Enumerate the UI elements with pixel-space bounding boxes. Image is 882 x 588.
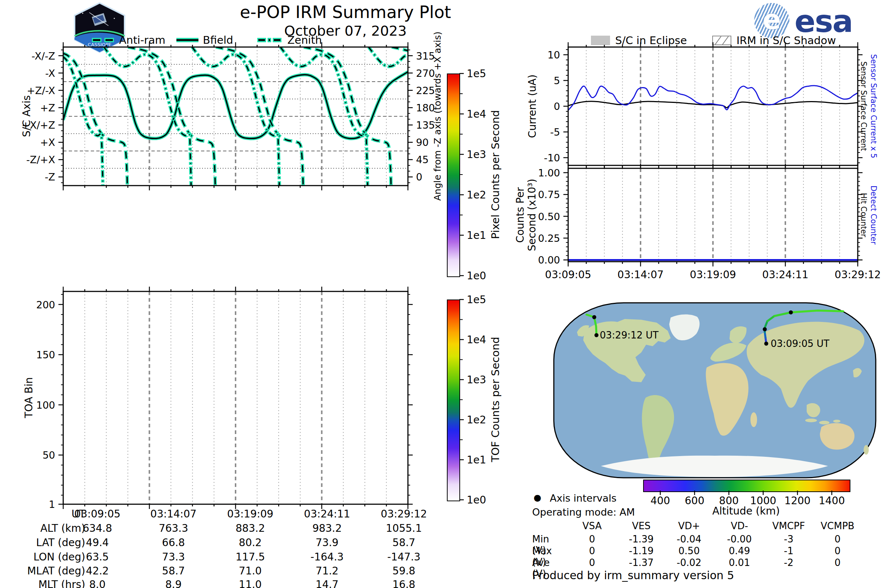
angle-tick-label: 315	[416, 50, 435, 62]
time-tick-label: 03:09:05	[545, 268, 591, 281]
sc-axis-category-label: +X	[40, 137, 55, 148]
counts-tick-label: 1.00	[538, 167, 560, 178]
time-tick-label: 03:24:11	[762, 268, 808, 281]
counts-tick-label: 0.75	[538, 189, 560, 200]
pixel-colorbar-tick-label: 1e0	[467, 270, 486, 282]
tof-colorbar-tick-label: 1e3	[467, 374, 486, 386]
tof-colorbar-tick-label: 1e2	[467, 414, 486, 426]
current-tick-label: 5	[554, 75, 560, 86]
sc-axis-category-label: -X	[45, 68, 55, 79]
altitude-tick-label: 800	[719, 495, 739, 507]
angle-tick-label: 45	[416, 154, 429, 165]
tof-colorbar-tick-label: 1e4	[467, 334, 486, 346]
sc-axis-category-label: +X/+Z	[22, 119, 55, 131]
counts-tick-label: 0.50	[538, 211, 560, 222]
toa-tick-label: 100	[36, 399, 55, 411]
toa-tick-label: 1	[49, 499, 55, 510]
toa-tick-label: 50	[43, 450, 55, 461]
pixel-colorbar-tick-label: 1e1	[467, 230, 486, 242]
altitude-tick-label: 400	[651, 495, 670, 507]
altitude-tick-label: 1000	[750, 495, 776, 507]
toa-tick-label: 150	[36, 349, 55, 360]
page: CASSIOPE e-POP IRM Summary Plot October …	[0, 0, 882, 588]
sc-axis-category-label: +Z/-X	[27, 85, 55, 96]
current-tick-label: 0	[554, 101, 560, 112]
sc-axis-category-label: -Z	[45, 171, 55, 183]
pixel-colorbar-tick-label: 1e3	[467, 148, 486, 160]
angle-tick-label: 180	[416, 102, 435, 114]
sc-axis-category-label: -X/-Z	[32, 50, 55, 62]
pixel-colorbar-tick-label: 1e4	[467, 108, 486, 120]
toa-tick-label: 200	[36, 299, 55, 310]
altitude-tick-label: 600	[685, 495, 704, 507]
altitude-tick-label: 1400	[819, 495, 845, 507]
angle-tick-label: 90	[416, 137, 429, 148]
pixel-colorbar-tick-label: 1e5	[467, 68, 486, 80]
pixel-colorbar-tick-label: 1e2	[467, 189, 486, 201]
curve-halo	[369, 47, 408, 66]
current-tick-label: -10	[544, 152, 560, 164]
angle-tick-label: 0	[416, 171, 422, 183]
charts-canvas: -X/-Z-X+Z/-X+Z+X/+Z+X-Z/+X-Z315270225180…	[0, 0, 882, 588]
current-tick-label: -5	[550, 126, 560, 138]
angle-tick-label: 225	[416, 85, 435, 96]
time-tick-label: 03:19:09	[690, 268, 736, 281]
tof-colorbar-tick-label: 1e0	[467, 494, 486, 506]
time-tick-label: 03:14:07	[617, 268, 664, 281]
sc-axis-category-label: +Z	[40, 102, 55, 114]
sc-axis-category-label: -Z/+X	[27, 154, 55, 165]
tof-colorbar-tick-label: 1e5	[467, 294, 486, 306]
angle-tick-label: 135	[416, 119, 435, 131]
altitude-tick-label: 1200	[784, 495, 810, 507]
counts-tick-label: 0.25	[538, 232, 560, 244]
angle-tick-label: 270	[416, 68, 435, 79]
current-tick-label: 10	[548, 49, 560, 61]
tof-colorbar-tick-label: 1e1	[467, 454, 486, 466]
time-tick-label: 03:29:12	[835, 268, 881, 281]
counts-tick-label: 0.00	[538, 254, 560, 266]
